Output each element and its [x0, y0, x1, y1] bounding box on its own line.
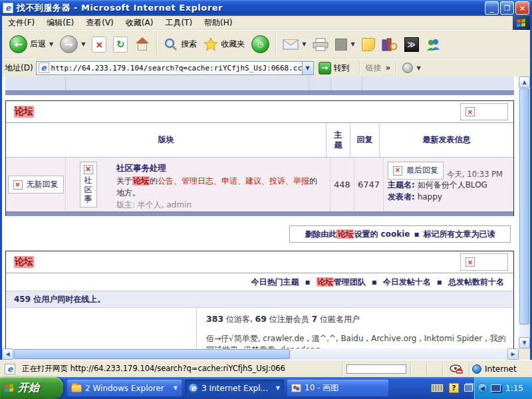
- cookie-action-bar: 删除由此论坛设置的 cookie ▪ 标记所有文章为已读: [289, 225, 511, 243]
- menu-view[interactable]: 查看(V): [80, 16, 120, 30]
- menu-help[interactable]: 帮助(H): [198, 16, 238, 30]
- scrolled-table-remnant: [5, 76, 514, 90]
- vertical-scroll-thumb[interactable]: [519, 88, 529, 325]
- forum-section-header: 论坛: [6, 251, 513, 273]
- table-footer-bar: [6, 211, 513, 216]
- task-button-windows-explorer[interactable]: 2 Windows Explorer ▼: [67, 380, 182, 396]
- favorites-button[interactable]: 收藏夹: [200, 36, 248, 53]
- privacy-report-icon[interactable]: [450, 364, 463, 374]
- go-button[interactable]: → 转到: [317, 61, 354, 75]
- forum-title-link[interactable]: 社区事务处理: [116, 162, 324, 175]
- folder-icon: [71, 384, 82, 392]
- task-button-paint[interactable]: 10 - 画图: [287, 380, 388, 396]
- moderators-line[interactable]: 版主: 半个人, admin: [116, 199, 324, 211]
- top-posters-total-link[interactable]: 总发帖数前十名: [448, 277, 504, 288]
- horizontal-scrollbar[interactable]: ◀ ▶: [2, 348, 519, 360]
- mail-envelope-icon: [283, 39, 299, 50]
- status-message-pane: e 正在打开网页 http://64.233.179.104/search?q=…: [2, 364, 342, 374]
- section-title[interactable]: 论坛: [14, 256, 34, 268]
- flashget-button[interactable]: ≫: [401, 36, 422, 53]
- close-button[interactable]: ×: [515, 1, 529, 15]
- stop-button[interactable]: ×: [88, 35, 110, 54]
- search-button[interactable]: 搜索: [160, 36, 200, 53]
- history-button[interactable]: ◷: [248, 34, 273, 55]
- keyboard-layout-icon[interactable]: [431, 384, 444, 392]
- progress-pane: [342, 362, 410, 376]
- address-input[interactable]: e http://64.233.179.104/search?q=cache:r…: [36, 61, 314, 75]
- mark-read-link[interactable]: 标记所有文章为已读: [424, 229, 495, 240]
- network-tray-icon[interactable]: [491, 384, 501, 392]
- history-clock-icon: ◷: [251, 35, 269, 53]
- start-button[interactable]: 开始: [0, 377, 63, 399]
- address-dropdown-icon[interactable]: ▼: [302, 62, 313, 74]
- hot-topics-link[interactable]: 今日热门主题: [251, 277, 299, 288]
- refresh-button[interactable]: ↻: [110, 35, 131, 54]
- horizontal-scroll-thumb[interactable]: [14, 349, 290, 359]
- security-zone-pane: Internet: [469, 362, 530, 376]
- links-label[interactable]: 链接: [366, 63, 382, 74]
- address-separator: [396, 61, 397, 75]
- top-posters-today-link[interactable]: 今日发帖十名: [383, 277, 431, 288]
- title-bar: e 找不到服务器 - Microsoft Internet Explorer _…: [0, 0, 532, 16]
- menu-favorites[interactable]: 收藏(A): [120, 16, 160, 30]
- address-separator: [359, 61, 360, 75]
- address-label: 地址(D): [5, 63, 33, 74]
- scroll-up-button[interactable]: ▲: [519, 76, 530, 88]
- forward-button[interactable]: → ▼: [57, 34, 88, 55]
- language-help-icon[interactable]: ?: [449, 383, 459, 393]
- window-title: 找不到服务器 - Microsoft Internet Explorer: [17, 2, 223, 14]
- online-users-header: 459 位用户同时在线上。: [6, 291, 513, 308]
- home-icon: [134, 37, 150, 52]
- forward-dropdown-icon[interactable]: ▼: [81, 41, 85, 47]
- task-button-internet-explorer[interactable]: e 3 Internet Expl... ▼: [185, 380, 284, 396]
- replies-count: 6747: [354, 158, 383, 211]
- last-poster-link[interactable]: happy: [418, 192, 442, 201]
- scroll-left-button[interactable]: ◀: [2, 348, 13, 360]
- links-chevron-icon[interactable]: »: [386, 63, 391, 72]
- maximize-button[interactable]: ❐: [500, 1, 514, 15]
- column-replies: 回复: [350, 123, 379, 157]
- research-button[interactable]: [378, 37, 401, 53]
- address-url[interactable]: http://64.233.179.104/search?q=cache:riY…: [51, 64, 302, 72]
- mail-button[interactable]: ▼: [279, 37, 309, 51]
- mail-dropdown-icon[interactable]: ▼: [302, 41, 306, 47]
- scroll-right-button[interactable]: ▶: [507, 348, 519, 360]
- delete-cookie-link[interactable]: 删除由此论坛设置的 cookie: [305, 229, 410, 240]
- group-dropdown-icon[interactable]: ▼: [276, 385, 280, 391]
- forum-team-link[interactable]: 论坛管理团队: [317, 277, 366, 288]
- scroll-down-button[interactable]: ▼: [519, 337, 530, 348]
- refresh-icon: ↻: [113, 37, 128, 53]
- clock[interactable]: 1:15: [505, 384, 523, 393]
- discuss-button[interactable]: [358, 37, 378, 53]
- hide-icons-chevron[interactable]: ◀: [477, 383, 487, 393]
- edit-button[interactable]: ▼: [332, 37, 358, 52]
- back-button[interactable]: ← 后退 ▼: [6, 34, 57, 55]
- addon-dropdown-icon[interactable]: ▼: [416, 65, 420, 71]
- edit-dropdown-icon[interactable]: ▼: [350, 41, 354, 47]
- last-reply-badge[interactable]: 最后回复: [388, 162, 444, 180]
- toolbar-separator: [156, 33, 158, 56]
- menu-file[interactable]: 文件(F): [2, 16, 41, 30]
- separator-dot: ▪: [305, 277, 311, 287]
- forward-icon: →: [60, 35, 78, 53]
- messenger-button[interactable]: [422, 37, 444, 53]
- status-pane-empty: [426, 362, 442, 376]
- minimize-button[interactable]: _: [485, 1, 499, 15]
- language-restore-icon[interactable]: [464, 384, 473, 392]
- home-button[interactable]: [131, 36, 154, 53]
- vertical-scrollbar[interactable]: ▲ ▼: [519, 76, 530, 348]
- back-dropdown-icon[interactable]: ▼: [49, 41, 53, 47]
- group-dropdown-icon[interactable]: ▼: [174, 385, 178, 391]
- column-forum: 版块: [6, 123, 326, 157]
- language-bar: ?: [431, 377, 473, 399]
- flashget-icon: ≫: [404, 37, 419, 52]
- addon-ring-icon[interactable]: [402, 63, 413, 73]
- menu-edit[interactable]: 编辑(E): [41, 16, 80, 30]
- menu-tools[interactable]: 工具(T): [159, 16, 198, 30]
- forum-topic-links[interactable]: 公告、管理日志、申请、建议、投诉、举报: [158, 176, 309, 186]
- section-title[interactable]: 论坛: [14, 106, 34, 118]
- privacy-pane: [442, 362, 469, 376]
- print-button[interactable]: [309, 37, 332, 53]
- last-topic-link[interactable]: 如何备份个人BLOG: [418, 180, 487, 190]
- go-arrow-icon: →: [319, 62, 331, 74]
